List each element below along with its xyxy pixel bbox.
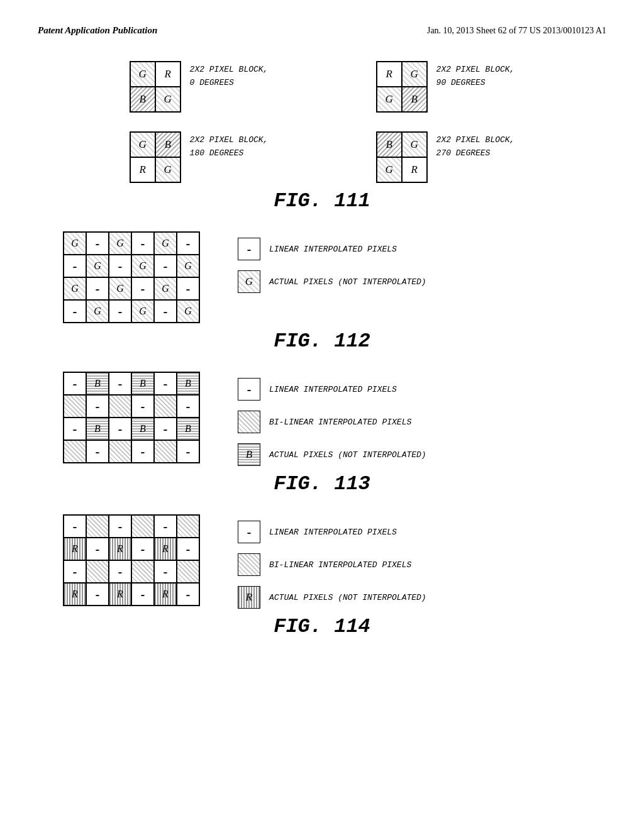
cell-r4c3: - bbox=[109, 300, 131, 323]
page: Patent Application Publication Jan. 10, … bbox=[0, 0, 644, 830]
fig111-grid-270deg: B G G R bbox=[376, 131, 428, 183]
f3-r2c4: - bbox=[131, 395, 154, 418]
fig113-legend-actual-b: B ACTUAL PIXELS (NOT INTERPOLATED) bbox=[238, 443, 426, 466]
cell-r-bl-180: R bbox=[130, 157, 155, 182]
cell-r2c1: - bbox=[64, 255, 86, 277]
legend-text-linear: LINEAR INTERPOLATED PIXELS bbox=[269, 245, 397, 254]
f3-r3c1: - bbox=[64, 418, 86, 440]
cell-g-tl-180: G bbox=[130, 132, 155, 157]
fig111-section: G R B G 2X2 PIXEL BLOCK, 0 DEGREES G B bbox=[38, 61, 606, 213]
f3-r2c3 bbox=[109, 395, 131, 418]
fig112-label: FIG. 112 bbox=[38, 329, 606, 353]
f4-r4c5: R bbox=[154, 583, 177, 606]
f3-r1c2: B bbox=[86, 372, 109, 395]
fig111-label-90deg: 2X2 PIXEL BLOCK, 90 DEGREES bbox=[436, 61, 515, 90]
f3-r3c5: - bbox=[154, 418, 177, 440]
f3-r1c3: - bbox=[109, 372, 131, 395]
fig112-grid: G - G - G - - G - G - G G - G - G - bbox=[63, 231, 200, 323]
fig114-text-actual-r: ACTUAL PIXELS (NOT INTERPOLATED) bbox=[269, 593, 426, 602]
fig111-group-0deg: G R B G 2X2 PIXEL BLOCK, 0 DEGREES bbox=[130, 61, 269, 113]
fig113-box-bilinear bbox=[238, 411, 260, 433]
fig113-container: - B - B - B - - - - B - B - B bbox=[63, 372, 581, 466]
fig111-grid-180deg: G B R G bbox=[130, 131, 181, 183]
cell-r1c4: - bbox=[131, 232, 154, 255]
fig111-group-90deg: R G G B 2X2 PIXEL BLOCK, 90 DEGREES bbox=[376, 61, 515, 113]
cell-r3c4: - bbox=[131, 277, 154, 300]
f4-r4c3: R bbox=[109, 583, 131, 606]
header: Patent Application Publication Jan. 10, … bbox=[38, 25, 606, 36]
fig114-grid: - - - R - R - R - - - - bbox=[63, 514, 200, 606]
header-publication-label: Patent Application Publication bbox=[38, 25, 157, 36]
legend-box-g: G bbox=[238, 270, 260, 293]
f4-r2c5: R bbox=[154, 538, 177, 560]
fig111-grid-0deg: G R B G bbox=[130, 61, 181, 113]
cell-g-bl-270: G bbox=[377, 157, 402, 182]
f3-r1c6: B bbox=[177, 372, 199, 395]
fig114-box-r: R bbox=[238, 586, 260, 609]
legend-text-actual-g: ACTUAL PIXELS (NOT INTERPOLATED) bbox=[269, 277, 426, 287]
fig111-label-0deg: 2X2 PIXEL BLOCK, 0 DEGREES bbox=[190, 61, 269, 90]
cell-b-tl-270: B bbox=[377, 132, 402, 157]
cell-r2c2: G bbox=[86, 255, 109, 277]
cell-r3c3: G bbox=[109, 277, 131, 300]
f4-r1c3: - bbox=[109, 515, 131, 538]
f4-r2c4: - bbox=[131, 538, 154, 560]
cell-g-tr-90: G bbox=[402, 62, 427, 87]
cell-r2c4: G bbox=[131, 255, 154, 277]
fig114-legend: - LINEAR INTERPOLATED PIXELS BI-LINEAR I… bbox=[238, 514, 426, 609]
f3-r4c1 bbox=[64, 440, 86, 463]
fig114-legend-actual-r: R ACTUAL PIXELS (NOT INTERPOLATED) bbox=[238, 586, 426, 609]
f4-r1c6 bbox=[177, 515, 199, 538]
f4-r3c4 bbox=[131, 560, 154, 583]
cell-r2c5: - bbox=[154, 255, 177, 277]
fig114-label: FIG. 114 bbox=[38, 615, 606, 638]
cell-b-tr-180: B bbox=[155, 132, 180, 157]
fig113-section: - B - B - B - - - - B - B - B bbox=[38, 372, 606, 495]
cell-r4c5: - bbox=[154, 300, 177, 323]
header-date-sheet: Jan. 10, 2013 Sheet 62 of 77 US 2013/001… bbox=[427, 26, 606, 36]
fig113-box-b: B bbox=[238, 443, 260, 466]
f4-r3c2 bbox=[86, 560, 109, 583]
cell-r4c1: - bbox=[64, 300, 86, 323]
fig113-legend: - LINEAR INTERPOLATED PIXELS BI-LINEAR I… bbox=[238, 372, 426, 466]
f3-r1c4: B bbox=[131, 372, 154, 395]
cell-g-br-180: G bbox=[155, 157, 180, 182]
fig114-section: - - - R - R - R - - - - bbox=[38, 514, 606, 638]
f4-r2c1: R bbox=[64, 538, 86, 560]
f4-r4c1: R bbox=[64, 583, 86, 606]
fig111-grid-90deg: R G G B bbox=[376, 61, 428, 113]
fig114-legend-bilinear: BI-LINEAR INTERPOLATED PIXELS bbox=[238, 553, 426, 576]
f3-r3c4: B bbox=[131, 418, 154, 440]
cell-r1c2: - bbox=[86, 232, 109, 255]
cell-r3c6: - bbox=[177, 277, 199, 300]
fig114-legend-linear: - LINEAR INTERPOLATED PIXELS bbox=[238, 521, 426, 543]
f3-r1c1: - bbox=[64, 372, 86, 395]
f4-r1c4 bbox=[131, 515, 154, 538]
f4-r2c3: R bbox=[109, 538, 131, 560]
cell-r1c5: G bbox=[154, 232, 177, 255]
cell-r1c3: G bbox=[109, 232, 131, 255]
fig112-legend: - LINEAR INTERPOLATED PIXELS G ACTUAL PI… bbox=[238, 231, 426, 293]
fig111-group-270deg: B G G R 2X2 PIXEL BLOCK, 270 DEGREES bbox=[376, 131, 515, 183]
f4-r3c1: - bbox=[64, 560, 86, 583]
fig111-container: G R B G 2X2 PIXEL BLOCK, 0 DEGREES G B bbox=[75, 61, 569, 183]
fig114-text-linear: LINEAR INTERPOLATED PIXELS bbox=[269, 528, 397, 537]
cell-r-br-270: R bbox=[402, 157, 427, 182]
cell-g-bl-90: G bbox=[377, 87, 402, 112]
f3-r4c2: - bbox=[86, 440, 109, 463]
fig113-text-linear: LINEAR INTERPOLATED PIXELS bbox=[269, 385, 397, 394]
cell-r-tl-90: R bbox=[377, 62, 402, 87]
f3-r4c5 bbox=[154, 440, 177, 463]
fig111-label-270deg: 2X2 PIXEL BLOCK, 270 DEGREES bbox=[436, 131, 515, 160]
fig111-label-180deg: 2X2 PIXEL BLOCK, 180 DEGREES bbox=[190, 131, 269, 160]
fig113-grid: - B - B - B - - - - B - B - B bbox=[63, 372, 200, 463]
fig112-section: G - G - G - - G - G - G G - G - G - bbox=[38, 231, 606, 353]
cell-r2c3: - bbox=[109, 255, 131, 277]
cell-b-br-90: B bbox=[402, 87, 427, 112]
f4-r3c6 bbox=[177, 560, 199, 583]
fig113-legend-bilinear: BI-LINEAR INTERPOLATED PIXELS bbox=[238, 411, 426, 433]
f3-r2c1 bbox=[64, 395, 86, 418]
fig114-box-dash: - bbox=[238, 521, 260, 543]
legend-item-linear: - LINEAR INTERPOLATED PIXELS bbox=[238, 238, 426, 260]
fig111-label: FIG. 111 bbox=[38, 189, 606, 213]
